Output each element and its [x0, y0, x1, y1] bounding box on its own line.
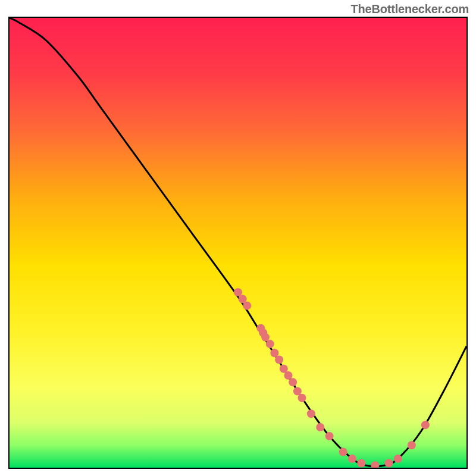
data-marker	[316, 423, 324, 431]
data-marker	[289, 378, 297, 386]
data-marker	[280, 365, 288, 373]
data-marker	[239, 295, 247, 303]
data-marker	[298, 394, 306, 402]
data-marker	[421, 421, 430, 429]
data-marker	[394, 455, 402, 463]
data-marker	[384, 459, 393, 467]
data-marker	[339, 448, 347, 456]
chart-svg	[10, 18, 466, 468]
attribution-text: TheBottlenecker.com	[351, 2, 469, 16]
chart-plot-area	[8, 17, 468, 469]
data-marker	[275, 356, 283, 364]
data-marker	[234, 288, 242, 296]
data-marker	[270, 349, 278, 357]
data-marker	[348, 455, 356, 463]
data-marker	[357, 459, 365, 467]
data-marker	[284, 371, 292, 380]
data-marker	[307, 409, 315, 418]
data-marker	[243, 302, 251, 310]
chart-background	[10, 18, 466, 468]
data-marker	[325, 432, 334, 440]
data-marker	[408, 441, 416, 449]
data-marker	[293, 387, 302, 395]
data-marker	[266, 340, 274, 348]
data-marker	[261, 333, 270, 342]
